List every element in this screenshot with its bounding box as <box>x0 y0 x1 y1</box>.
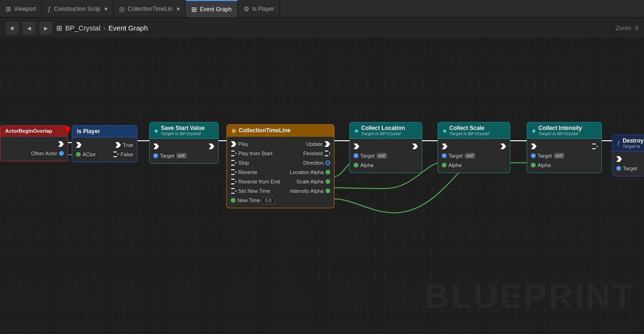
pin-exec-out[interactable] <box>209 144 214 149</box>
pin-other-actor[interactable] <box>59 151 64 156</box>
home-button[interactable]: ★ <box>6 22 19 35</box>
pin-exec-in[interactable] <box>76 142 82 148</box>
node-row-set-new-time: Set New Time Intensity Alpha <box>227 186 334 196</box>
tab-viewport[interactable]: ⊞ Viewport <box>0 0 42 17</box>
node-row-stop: Stop Direction <box>227 158 334 167</box>
label-target: Target <box>538 153 552 159</box>
label-target: Target <box>623 166 637 171</box>
node-save-start-value[interactable]: ◈ Save Start Value Target is BP Crystal … <box>149 122 219 164</box>
tab-construction[interactable]: ƒ Construction Scrip <box>42 0 114 17</box>
node-row-play: Play Update <box>227 139 334 149</box>
blueprint-canvas[interactable]: ActorBeginOverlap Other Actor Is Player <box>0 38 644 334</box>
pin-reverse-from-end-in[interactable] <box>231 179 236 184</box>
pin-stop-in[interactable] <box>231 160 236 166</box>
node-row-reverse-from-end: Reverse from End Scale Alpha <box>227 177 334 186</box>
label-alpha: Alpha <box>538 162 551 168</box>
pin-exec-out-false[interactable] <box>113 152 119 157</box>
node-row-actor: ACtor False <box>72 150 137 159</box>
node-row-exec <box>527 142 601 151</box>
pin-exec-in[interactable] <box>531 144 537 149</box>
pin-exec-out[interactable] <box>58 141 64 147</box>
node-row-target: Target <box>613 164 644 173</box>
pin-play-from-start-in[interactable] <box>231 151 236 156</box>
label-target: Target <box>160 153 174 159</box>
pin-reverse-in[interactable] <box>231 169 236 175</box>
node-collection-timeline[interactable]: ◎ CollectionTimeLine Play Update Play fr… <box>227 124 334 208</box>
node-destroy[interactable]: ƒ Destroy Target is Target <box>612 135 644 176</box>
back-button[interactable]: ◄ <box>23 22 36 35</box>
tab-isplayer[interactable]: ⚙ Is Player <box>238 0 280 17</box>
node-is-player[interactable]: Is Player True ACtor False <box>72 125 137 162</box>
node-title: Is Player <box>77 128 100 135</box>
pin-alpha-in[interactable] <box>442 163 447 167</box>
forward-button[interactable]: ► <box>39 22 53 35</box>
node-title: ActorBeginOverlap <box>5 128 52 134</box>
collection-icon: ◎ <box>119 5 125 13</box>
self-tag: self <box>377 153 387 159</box>
tab-collection[interactable]: ◎ CollectionTimeLin <box>114 0 186 17</box>
pin-alpha-in[interactable] <box>354 163 358 167</box>
pin-update-out[interactable] <box>325 141 330 147</box>
tab-dot2 <box>177 8 180 10</box>
tab-dot <box>105 8 107 10</box>
pin-exec-out[interactable] <box>412 144 418 149</box>
node-row-exec-out <box>0 139 68 149</box>
label-play-from-start: Play from Start <box>238 151 273 156</box>
node-collect-intensity[interactable]: ◈ Collect Intensity Target is BP Crystal… <box>527 122 602 173</box>
label-true: True <box>123 142 133 148</box>
label-reverse-from-end: Reverse from End <box>238 179 280 184</box>
node-row-target: Target self <box>438 151 510 160</box>
pin-exec-out[interactable] <box>500 144 506 149</box>
node-row-new-time: New Time 0.0 <box>227 196 334 205</box>
tab-eventgraph[interactable]: ⊞ Event Graph <box>186 0 237 17</box>
label-location-alpha: Location Alpha <box>290 169 324 175</box>
construction-icon: ƒ <box>47 5 51 13</box>
pin-target-in[interactable] <box>354 153 358 158</box>
node-row-alpha: Alpha <box>527 160 601 170</box>
node-collect-scale[interactable]: ◈ Collect Scale Target is BP Crystal Tar… <box>438 122 510 173</box>
pin-intensity-alpha-out[interactable] <box>326 189 330 193</box>
node-row-alpha: Alpha <box>350 160 422 170</box>
pin-exec-out-true[interactable] <box>115 142 121 148</box>
node-subtitle: Target is BP Crystal <box>449 131 489 136</box>
node-row-exec: True <box>72 140 137 150</box>
pin-target-in[interactable] <box>153 153 158 158</box>
pin-exec-in[interactable] <box>442 144 447 149</box>
pin-direction-out[interactable] <box>326 160 330 165</box>
self-tag: self <box>176 153 187 159</box>
pin-target-in[interactable] <box>531 153 536 158</box>
pin-exec-in[interactable] <box>616 156 622 162</box>
pin-location-alpha-out[interactable] <box>326 170 330 175</box>
node-title: Collect Intensity <box>538 125 582 131</box>
pin-target-in[interactable] <box>442 153 447 158</box>
pin-exec-out[interactable] <box>592 144 598 149</box>
pin-alpha-in[interactable] <box>531 163 536 167</box>
pin-finished-out[interactable] <box>325 151 330 156</box>
pin-new-time-in[interactable] <box>231 198 235 203</box>
node-title: Collect Location <box>361 125 405 131</box>
label-stop: Stop <box>238 160 249 166</box>
zoom-label: Zoom -3 <box>616 24 638 31</box>
pin-exec-in[interactable] <box>354 144 359 149</box>
node-collect-location[interactable]: ◈ Collect Location Target is BP Crystal … <box>349 122 422 173</box>
node-row-target: Target self <box>150 151 218 160</box>
label-new-time: New Time <box>237 197 260 203</box>
label-false: False <box>121 152 133 157</box>
pin-target-in[interactable] <box>616 166 621 171</box>
node-row-exec <box>613 154 644 164</box>
pin-set-new-time-in[interactable] <box>231 188 236 194</box>
node-row-play-from-start: Play from Start Finished <box>227 149 334 158</box>
breadcrumb-current: Event Graph <box>108 24 148 32</box>
pin-actor-in[interactable] <box>76 152 81 157</box>
value-new-time[interactable]: 0.0 <box>262 197 274 204</box>
pin-exec-in[interactable] <box>153 144 159 149</box>
node-title: Save Start Value <box>161 125 205 131</box>
label-target: Target <box>448 153 463 159</box>
node-actor-begin-overlap[interactable]: ActorBeginOverlap Other Actor <box>0 125 68 161</box>
node-title: Destroy <box>623 137 644 144</box>
pin-play-in[interactable] <box>231 141 236 147</box>
label-alpha: Alpha <box>448 162 462 168</box>
node-row-target: Target self <box>350 151 422 160</box>
pin-scale-alpha-out[interactable] <box>326 179 330 184</box>
blueprint-name: BP_Crystal <box>65 24 100 32</box>
